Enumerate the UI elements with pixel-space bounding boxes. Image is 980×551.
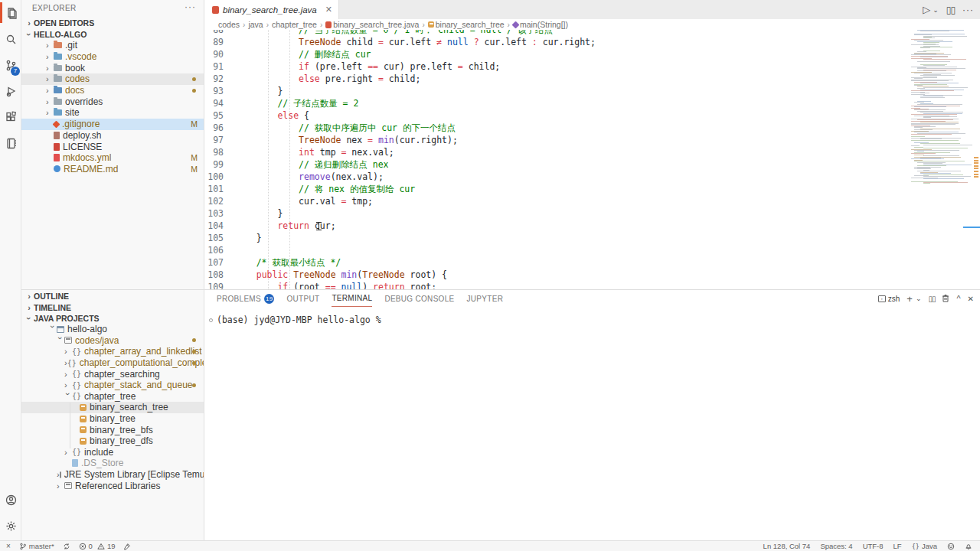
code-line[interactable]: 96 // 获取中序遍历中 cur 的下一个结点 xyxy=(204,122,980,134)
panel-tab-terminal[interactable]: TERMINAL xyxy=(332,290,372,307)
file-tree-item[interactable]: ›codes xyxy=(21,73,204,85)
code-line[interactable]: 89 TreeNode child = cur.left ≠ null ? cu… xyxy=(204,36,980,48)
java-tree-item[interactable]: ›{}include xyxy=(21,447,204,458)
file-tree-item[interactable]: ›docs xyxy=(21,85,204,96)
java-tree-item[interactable]: ›{}chapter_stack_and_queue xyxy=(21,380,204,391)
extensions-icon[interactable] xyxy=(0,104,21,130)
file-tree-item[interactable]: ›book xyxy=(21,62,204,73)
remote-indicator-icon[interactable]: × xyxy=(6,542,11,550)
feedback-icon[interactable] xyxy=(947,543,955,550)
close-icon[interactable]: ✕ xyxy=(325,5,332,15)
open-editors-section[interactable]: › OPEN EDITORS xyxy=(21,17,204,28)
java-projects-section[interactable]: › JAVA PROJECTS xyxy=(21,313,204,324)
code-line[interactable]: 91 if (pre.left == cur) pre.left = child… xyxy=(204,60,980,73)
java-tree-item[interactable]: ›Referenced Libraries xyxy=(21,480,204,491)
java-tree-item[interactable]: ›{}chapter_computational_complexity xyxy=(21,357,204,369)
search-icon[interactable] xyxy=(0,26,21,52)
close-panel-icon[interactable]: ✕ xyxy=(968,295,974,303)
minimap[interactable] xyxy=(910,30,972,289)
file-tree-item[interactable]: .gitignoreM xyxy=(21,119,204,130)
notebook-icon[interactable] xyxy=(0,130,21,156)
breadcrumb-item[interactable]: chapter_tree xyxy=(272,20,317,29)
java-tree-item[interactable]: binary_tree xyxy=(21,413,204,425)
java-tree-item[interactable]: ›JRE System Library [Eclipse Temurin 17 … xyxy=(21,469,204,481)
split-editor-icon[interactable]: ▯▯ xyxy=(946,5,955,15)
java-tree-item[interactable]: ›{}chapter_searching xyxy=(21,368,204,380)
code-line[interactable]: 95 else { xyxy=(204,109,980,122)
tab-binary-search-tree[interactable]: binary_search_tree.java ✕ xyxy=(204,0,339,19)
file-tree-item[interactable]: deploy.sh xyxy=(21,130,204,142)
more-actions-icon[interactable]: ··· xyxy=(962,5,974,15)
breadcrumb-item[interactable]: binary_search_tree.java xyxy=(325,20,419,29)
run-dropdown-icon[interactable]: ⌄ xyxy=(933,6,939,14)
breadcrumb-item[interactable]: main(String[]) xyxy=(513,20,568,29)
java-tree-item[interactable]: ›codes/java xyxy=(21,335,204,347)
panel-tab-problems[interactable]: PROBLEMS19 xyxy=(217,290,274,307)
java-tree-item[interactable]: binary_tree_dfs xyxy=(21,435,204,447)
java-status-icon[interactable] xyxy=(123,543,131,550)
file-tree-item[interactable]: ›overrides xyxy=(21,96,204,107)
code-line[interactable]: 100 remove(nex.val); xyxy=(204,171,980,183)
file-tree-item[interactable]: README.mdM xyxy=(21,164,204,175)
code-line[interactable]: 103 } xyxy=(204,207,980,220)
breadcrumb-item[interactable]: binary_search_tree xyxy=(428,20,505,29)
source-control-icon[interactable]: 7 xyxy=(0,52,21,78)
code-line[interactable]: 92 else pre.right = child; xyxy=(204,73,980,85)
more-actions-icon[interactable]: ··· xyxy=(185,2,196,12)
notifications-bell-icon[interactable] xyxy=(965,543,972,550)
maximize-panel-icon[interactable]: ^ xyxy=(956,294,960,303)
account-icon[interactable] xyxy=(0,487,21,513)
code-line[interactable]: 106 xyxy=(204,244,980,256)
sync-icon[interactable] xyxy=(63,543,70,550)
panel-tab-jupyter[interactable]: JUPYTER xyxy=(467,290,504,307)
indentation[interactable]: Spaces: 4 xyxy=(820,542,852,550)
file-tree-item[interactable]: mkdocs.ymlM xyxy=(21,152,204,164)
file-tree-item[interactable]: ›.vscode xyxy=(21,51,204,63)
workspace-section[interactable]: › HELLO-ALGO xyxy=(21,28,204,40)
cursor-position[interactable]: Ln 128, Col 74 xyxy=(763,542,811,550)
breadcrumb-item[interactable]: codes xyxy=(218,20,240,29)
command-decoration-icon[interactable] xyxy=(209,318,213,322)
java-tree-item[interactable]: .DS_Store xyxy=(21,458,204,469)
code-line[interactable]: 109 if (root == null) return root; xyxy=(204,281,980,289)
code-line[interactable]: 90 // 删除结点 cur xyxy=(204,48,980,60)
kill-terminal-icon[interactable] xyxy=(942,294,949,304)
java-tree-item[interactable]: binary_search_tree xyxy=(21,402,204,413)
code-line[interactable]: 105 } xyxy=(204,232,980,244)
code-line[interactable]: 108 public TreeNode min(TreeNode root) { xyxy=(204,269,980,281)
code-line[interactable]: 97 TreeNode nex = min(cur.right); xyxy=(204,134,980,146)
panel-tab-debug-console[interactable]: DEBUG CONSOLE xyxy=(384,290,454,307)
file-tree-item[interactable]: LICENSE xyxy=(21,141,204,152)
run-debug-icon[interactable] xyxy=(0,78,21,104)
git-branch-item[interactable]: master* xyxy=(19,542,54,550)
terminal-dropdown-icon[interactable]: ⌄ xyxy=(916,295,922,302)
split-terminal-icon[interactable]: ▯▯ xyxy=(928,295,935,303)
code-line[interactable]: 101 // 将 nex 的值复制给 cur xyxy=(204,183,980,195)
new-terminal-icon[interactable]: + xyxy=(906,293,913,305)
encoding[interactable]: UTF-8 xyxy=(863,542,884,550)
java-tree-item[interactable]: ›hello-algo xyxy=(21,324,204,335)
panel-tab-output[interactable]: OUTPUT xyxy=(286,290,319,307)
shell-selector[interactable]: › zsh xyxy=(878,295,900,303)
code-line[interactable]: 94 // 子结点数量 = 2 xyxy=(204,97,980,109)
code-line[interactable]: 88 // 当子结点数量 = 0 / 1 时， child = null / 该… xyxy=(204,30,980,36)
settings-icon[interactable] xyxy=(0,513,21,539)
code-line[interactable]: 99 // 递归删除结点 nex xyxy=(204,158,980,171)
breadcrumb-item[interactable]: java xyxy=(248,20,263,29)
outline-section[interactable]: › OUTLINE xyxy=(21,290,204,302)
problems-item[interactable]: 0 19 xyxy=(79,542,116,550)
file-tree-item[interactable]: ›.git xyxy=(21,40,204,51)
timeline-section[interactable]: › TIMELINE xyxy=(21,302,204,313)
language-mode[interactable]: {} Java xyxy=(912,542,937,550)
java-tree-item[interactable]: binary_tree_bfs xyxy=(21,424,204,435)
java-tree-item[interactable]: ›{}chapter_array_and_linkedlist xyxy=(21,346,204,357)
eol[interactable]: LF xyxy=(893,542,902,550)
file-tree-item[interactable]: ›site xyxy=(21,107,204,119)
code-line[interactable]: 98 int tmp = nex.val; xyxy=(204,146,980,158)
code-editor[interactable]: 88 // 当子结点数量 = 0 / 1 时， child = null / 该… xyxy=(204,30,980,289)
code-line[interactable]: 93 } xyxy=(204,85,980,97)
explorer-icon[interactable] xyxy=(0,0,21,26)
scrollbar-overview-ruler[interactable] xyxy=(972,30,980,289)
code-line[interactable]: 102 cur.val = tmp; xyxy=(204,195,980,207)
code-line[interactable]: 107 /* 获取最小结点 */ xyxy=(204,256,980,269)
